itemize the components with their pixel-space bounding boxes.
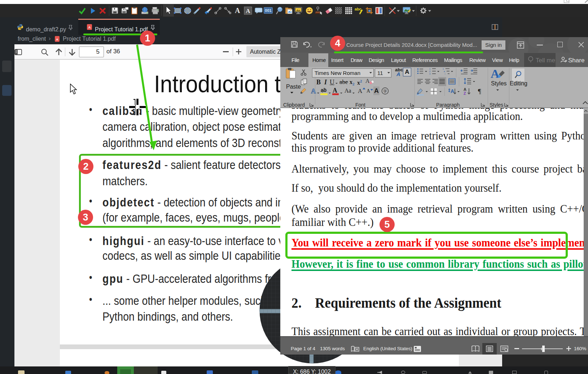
svg-text:A: A	[451, 88, 454, 94]
svg-text:A: A	[88, 26, 91, 29]
svg-text:abc: abc	[355, 7, 361, 11]
svg-text:A: A	[246, 8, 250, 14]
svg-text:字: 字	[383, 89, 387, 93]
svg-text:a: a	[444, 70, 445, 72]
svg-text:i: i	[445, 73, 445, 75]
svg-text:1: 1	[429, 68, 431, 70]
svg-text:2: 2	[429, 70, 431, 72]
svg-text:A: A	[56, 38, 58, 41]
svg-text:1: 1	[443, 68, 444, 70]
svg-text:3: 3	[429, 73, 431, 75]
svg-text:Z: Z	[464, 91, 466, 95]
